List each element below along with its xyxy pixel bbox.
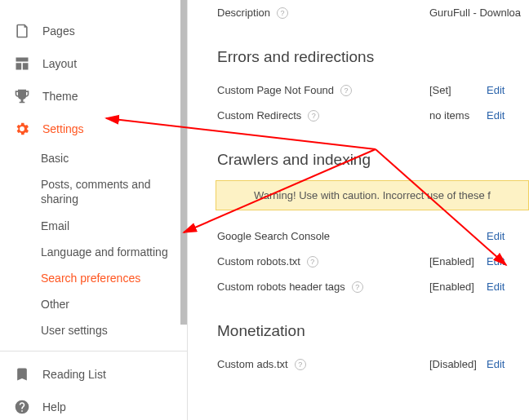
sidebar-label: Theme bbox=[42, 90, 78, 103]
edit-link[interactable]: Edit bbox=[487, 358, 505, 370]
row-description: Description ? GuruFull - Downloa bbox=[217, 0, 529, 25]
sidebar-label: Help bbox=[42, 400, 66, 413]
label: Custom Redirects bbox=[217, 109, 301, 122]
sidebar-item-settings[interactable]: Settings bbox=[0, 113, 187, 145]
status: [Set] bbox=[429, 84, 487, 96]
label: Custom robots.txt bbox=[217, 255, 300, 267]
sidebar-item-help[interactable]: Help bbox=[0, 391, 187, 421]
sidebar-item-pages[interactable]: Pages bbox=[0, 15, 187, 47]
row-custom-page-not-found: Custom Page Not Found ? [Set] Edit bbox=[217, 77, 529, 103]
status: no items bbox=[429, 109, 487, 122]
sub-item-other[interactable]: Other bbox=[41, 291, 187, 317]
desc-label: Description bbox=[217, 7, 270, 19]
edit-link[interactable]: Edit bbox=[487, 230, 505, 242]
help-icon bbox=[13, 398, 31, 416]
desc-value: GuruFull - Downloa bbox=[429, 7, 521, 19]
row-custom-robots-txt: Custom robots.txt ? [Enabled] Edit bbox=[217, 249, 529, 274]
edit-link[interactable]: Edit bbox=[487, 84, 505, 96]
sidebar-nav: Pages Layout Theme Settings bbox=[0, 0, 187, 420]
help-icon[interactable]: ? bbox=[307, 256, 318, 267]
section-errors: Errors and redirections bbox=[217, 48, 529, 66]
help-icon[interactable]: ? bbox=[340, 85, 352, 96]
main-content: Description ? GuruFull - Downloa Errors … bbox=[188, 0, 529, 420]
help-icon[interactable]: ? bbox=[295, 359, 306, 370]
help-icon[interactable]: ? bbox=[308, 110, 319, 122]
sidebar-label: Layout bbox=[42, 57, 77, 70]
sidebar-item-layout[interactable]: Layout bbox=[0, 47, 187, 80]
label: Custom Page Not Found bbox=[217, 84, 334, 96]
edit-link[interactable]: Edit bbox=[487, 255, 505, 267]
sidebar-label: Reading List bbox=[42, 368, 106, 381]
sub-item-user-settings[interactable]: User settings bbox=[41, 317, 187, 343]
separator bbox=[0, 351, 187, 351]
theme-icon bbox=[13, 87, 31, 105]
edit-link[interactable]: Edit bbox=[487, 281, 505, 293]
label: Custom ads.txt bbox=[217, 358, 288, 370]
row-custom-ads-txt: Custom ads.txt ? [Disabled] Edit bbox=[217, 351, 529, 377]
label: Custom robots header tags bbox=[217, 281, 345, 293]
edit-link[interactable]: Edit bbox=[487, 109, 505, 122]
help-icon[interactable]: ? bbox=[352, 281, 363, 293]
layout-icon bbox=[13, 55, 31, 73]
help-icon[interactable]: ? bbox=[277, 7, 288, 19]
row-custom-robots-header: Custom robots header tags ? [Enabled] Ed… bbox=[217, 274, 529, 299]
sub-item-email[interactable]: Email bbox=[41, 213, 187, 239]
sidebar: Pages Layout Theme Settings bbox=[0, 0, 188, 420]
gear-icon bbox=[13, 120, 31, 138]
settings-subnav: Basic Posts, comments and sharing Email … bbox=[0, 145, 187, 344]
sidebar-item-reading-list[interactable]: Reading List bbox=[0, 358, 187, 391]
sidebar-item-theme[interactable]: Theme bbox=[0, 80, 187, 113]
sub-item-search-preferences[interactable]: Search preferences bbox=[41, 265, 187, 291]
sub-item-language[interactable]: Language and formatting bbox=[41, 239, 187, 265]
status: [Enabled] bbox=[429, 281, 487, 293]
section-crawlers: Crawlers and indexing bbox=[217, 151, 529, 169]
sidebar-scrollbar[interactable] bbox=[180, 0, 187, 325]
pages-icon bbox=[13, 22, 31, 40]
sub-item-posts[interactable]: Posts, comments and sharing bbox=[41, 171, 187, 212]
sidebar-label: Settings bbox=[42, 122, 84, 135]
sub-item-basic[interactable]: Basic bbox=[41, 145, 187, 171]
row-google-search-console: Google Search Console Edit bbox=[217, 223, 529, 249]
sidebar-label: Pages bbox=[42, 24, 75, 38]
status: [Enabled] bbox=[429, 255, 487, 267]
status: [Disabled] bbox=[429, 358, 487, 370]
warning-banner: Warning! Use with caution. Incorrect use… bbox=[216, 180, 529, 210]
bookmark-icon bbox=[13, 365, 31, 383]
section-monetization: Monetization bbox=[217, 322, 529, 340]
label: Google Search Console bbox=[217, 230, 330, 242]
row-custom-redirects: Custom Redirects ? no items Edit bbox=[217, 103, 529, 128]
